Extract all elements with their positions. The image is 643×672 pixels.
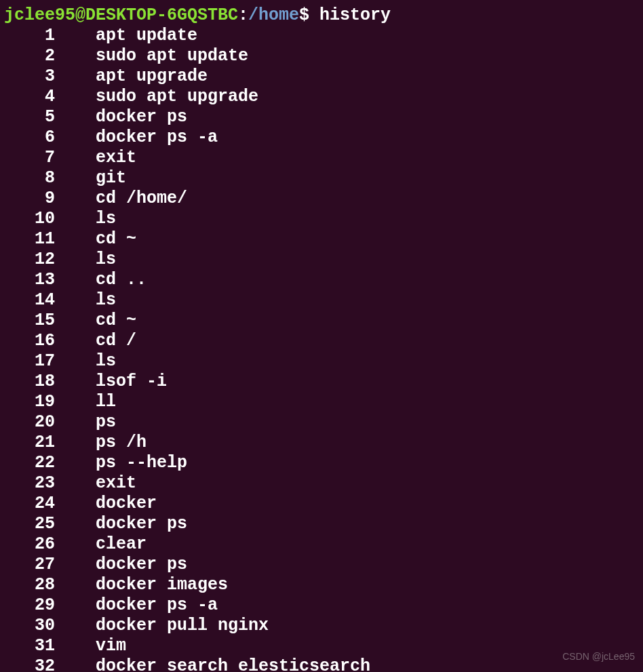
history-line: 17 ls bbox=[4, 351, 639, 372]
history-line: 1 apt update bbox=[4, 26, 639, 46]
history-number: 29 bbox=[4, 595, 55, 616]
history-line: 9 cd /home/ bbox=[4, 189, 639, 209]
history-command: apt upgrade bbox=[55, 66, 208, 86]
history-command: docker ps -a bbox=[55, 595, 218, 615]
history-line: 22 ps --help bbox=[4, 453, 639, 473]
history-line: 19 ll bbox=[4, 392, 639, 412]
history-number: 10 bbox=[4, 209, 55, 229]
history-line: 2 sudo apt update bbox=[4, 46, 639, 66]
history-line: 25 docker ps bbox=[4, 514, 639, 534]
history-number: 21 bbox=[4, 433, 55, 453]
prompt-user-host: jclee95@DESKTOP-6GQSTBC bbox=[4, 5, 238, 25]
history-command: cd / bbox=[55, 331, 136, 351]
history-line: 5 docker ps bbox=[4, 107, 639, 127]
history-number: 8 bbox=[4, 168, 55, 189]
history-command: cd /home/ bbox=[55, 189, 187, 208]
history-command: cd ~ bbox=[55, 229, 136, 249]
history-command: ls bbox=[55, 250, 116, 269]
history-command: ls bbox=[55, 290, 116, 310]
history-command: ps bbox=[55, 412, 116, 432]
history-output: 1 apt update2 sudo apt update3 apt upgra… bbox=[4, 26, 639, 672]
history-number: 17 bbox=[4, 351, 55, 372]
history-command: apt update bbox=[55, 26, 197, 45]
history-line: 30 docker pull nginx bbox=[4, 616, 639, 636]
history-number: 24 bbox=[4, 494, 55, 514]
prompt-colon: : bbox=[238, 5, 248, 25]
history-line: 24 docker bbox=[4, 494, 639, 514]
history-command: ls bbox=[55, 351, 116, 371]
history-number: 1 bbox=[4, 26, 55, 46]
history-command: sudo apt upgrade bbox=[55, 87, 258, 106]
history-line: 12 ls bbox=[4, 250, 639, 270]
history-line: 13 cd .. bbox=[4, 270, 639, 290]
history-line: 26 clear bbox=[4, 534, 639, 555]
history-number: 12 bbox=[4, 250, 55, 270]
history-number: 20 bbox=[4, 412, 55, 433]
history-number: 11 bbox=[4, 229, 55, 250]
history-line: 8 git bbox=[4, 168, 639, 189]
history-line: 32 docker search elesticsearch bbox=[4, 656, 639, 672]
history-line: 31 vim bbox=[4, 636, 639, 656]
history-line: 6 docker ps -a bbox=[4, 127, 639, 148]
history-number: 5 bbox=[4, 107, 55, 127]
history-command: ps /h bbox=[55, 433, 147, 452]
history-command: docker images bbox=[55, 575, 228, 595]
history-number: 26 bbox=[4, 534, 55, 555]
history-line: 20 ps bbox=[4, 412, 639, 433]
history-number: 13 bbox=[4, 270, 55, 290]
history-command: vim bbox=[55, 636, 126, 656]
history-number: 31 bbox=[4, 636, 55, 656]
history-number: 4 bbox=[4, 87, 55, 107]
history-number: 2 bbox=[4, 46, 55, 66]
history-number: 23 bbox=[4, 473, 55, 494]
history-line: 27 docker ps bbox=[4, 555, 639, 575]
history-command: ls bbox=[55, 209, 116, 229]
history-command: docker bbox=[55, 494, 157, 513]
history-line: 4 sudo apt upgrade bbox=[4, 87, 639, 107]
history-command: cd ~ bbox=[55, 311, 136, 330]
typed-command: history bbox=[319, 5, 391, 25]
history-number: 22 bbox=[4, 453, 55, 473]
history-line: 23 exit bbox=[4, 473, 639, 494]
history-number: 16 bbox=[4, 331, 55, 351]
history-number: 27 bbox=[4, 555, 55, 575]
history-number: 7 bbox=[4, 148, 55, 168]
history-number: 19 bbox=[4, 392, 55, 412]
history-line: 21 ps /h bbox=[4, 433, 639, 453]
prompt-dollar: $ bbox=[299, 5, 319, 25]
history-line: 16 cd / bbox=[4, 331, 639, 351]
history-line: 7 exit bbox=[4, 148, 639, 168]
history-line: 18 lsof -i bbox=[4, 372, 639, 392]
history-number: 30 bbox=[4, 616, 55, 636]
history-line: 11 cd ~ bbox=[4, 229, 639, 250]
prompt-path: /home bbox=[248, 5, 299, 25]
history-line: 15 cd ~ bbox=[4, 311, 639, 331]
history-number: 15 bbox=[4, 311, 55, 331]
history-command: docker pull nginx bbox=[55, 616, 269, 635]
history-command: docker ps bbox=[55, 555, 187, 574]
history-command: exit bbox=[55, 148, 136, 167]
history-command: ps --help bbox=[55, 453, 187, 473]
history-line: 10 ls bbox=[4, 209, 639, 229]
history-line: 28 docker images bbox=[4, 575, 639, 595]
history-number: 14 bbox=[4, 290, 55, 311]
history-command: clear bbox=[55, 534, 147, 554]
history-number: 3 bbox=[4, 66, 55, 87]
history-number: 9 bbox=[4, 189, 55, 209]
history-command: cd .. bbox=[55, 270, 147, 290]
terminal-prompt-line[interactable]: jclee95@DESKTOP-6GQSTBC:/home$ history bbox=[4, 5, 639, 26]
history-line: 3 apt upgrade bbox=[4, 66, 639, 87]
history-command: docker search elesticsearch bbox=[55, 656, 370, 672]
history-command: docker ps -a bbox=[55, 127, 218, 147]
history-number: 6 bbox=[4, 127, 55, 148]
history-command: exit bbox=[55, 473, 136, 493]
history-command: sudo apt update bbox=[55, 46, 248, 66]
history-number: 18 bbox=[4, 372, 55, 392]
history-number: 28 bbox=[4, 575, 55, 595]
history-line: 14 ls bbox=[4, 290, 639, 311]
history-number: 25 bbox=[4, 514, 55, 534]
history-line: 29 docker ps -a bbox=[4, 595, 639, 616]
watermark: CSDN @jcLee95 bbox=[562, 646, 635, 667]
history-command: ll bbox=[55, 392, 116, 412]
history-command: docker ps bbox=[55, 107, 187, 127]
